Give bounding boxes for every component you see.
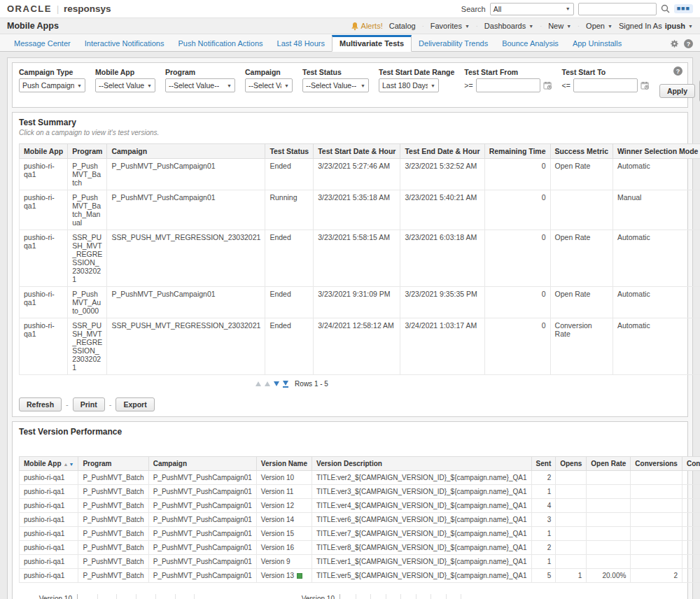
cell-campaign[interactable]: P_PushMVT_PushCampaign01 [107, 190, 265, 230]
bell-icon [351, 22, 359, 31]
dashboards-menu-item[interactable]: Dashboards▼ [484, 22, 533, 30]
refresh-button[interactable]: Refresh [19, 397, 62, 411]
cell-campaign[interactable]: P_PushMVT_PushCampaign01 [148, 485, 256, 499]
cell-open-rate [587, 555, 631, 569]
column-header-winner-selection-mode[interactable]: Winner Selection Mode [613, 144, 700, 159]
column-header-opens[interactable]: Opens [556, 457, 587, 471]
cell-campaign[interactable]: P_PushMVT_PushCampaign01 [148, 569, 256, 583]
campaign-select[interactable]: --Select Valu▼ [245, 78, 293, 92]
cell-campaign[interactable]: P_PushMVT_PushCampaign01 [148, 499, 256, 513]
mobile-app-select[interactable]: --Select Value--▼ [95, 78, 155, 92]
cell-campaign[interactable]: P_PushMVT_PushCampaign01 [148, 513, 256, 527]
table-row[interactable]: pushio-ri-qa1P_PushMVT_Batch_ManualP_Pus… [20, 190, 700, 230]
column-header-remaining-time[interactable]: Remaining Time [484, 144, 550, 159]
print-button[interactable]: Print [73, 397, 105, 411]
cell-success-metric: Open Rate [550, 159, 612, 190]
catalog-menu-item[interactable]: Catalog [389, 22, 416, 30]
test-start-to-label: Test Start To [562, 68, 650, 76]
column-header-version-name[interactable]: Version Name [256, 457, 312, 471]
column-header-conversion-rate[interactable]: Conversion Rate [682, 457, 700, 471]
search-input[interactable] [578, 3, 657, 15]
sort-descending-icon[interactable]: ▼ [69, 462, 74, 467]
column-header-version-description[interactable]: Version Description [312, 457, 532, 471]
column-header-success-metric[interactable]: Success Metric [550, 144, 612, 159]
cell-campaign[interactable]: P_PushMVT_PushCampaign01 [107, 159, 265, 190]
table-row[interactable]: pushio-ri-qa1SSR_PUSH_MVT_REGRESSION_230… [20, 230, 700, 287]
calendar-icon[interactable] [543, 81, 552, 90]
column-header-program[interactable]: Program [68, 144, 107, 159]
cell-campaign[interactable]: P_PushMVT_PushCampaign01 [148, 527, 256, 541]
more-options-icon[interactable]: ■■■ [674, 4, 693, 13]
table-row[interactable]: pushio-ri-qa1P_PushMVT_BatchP_PushMVT_Pu… [20, 513, 700, 527]
previous-page-icon[interactable] [265, 381, 270, 386]
tab-deliverability-trends[interactable]: Deliverability Trends [412, 36, 495, 51]
export-button[interactable]: Export [115, 397, 154, 411]
filter-test-start-from: Test Start From >= [464, 68, 552, 92]
table-row[interactable]: pushio-ri-qa1P_PushMVT_BatchP_PushMVT_Pu… [20, 485, 700, 499]
campaign-type-select[interactable]: Push Campaign▼ [19, 78, 85, 92]
cell-success-metric [550, 190, 612, 230]
column-header-mobile-app[interactable]: Mobile App▲▼ [20, 457, 78, 471]
column-header-program[interactable]: Program [78, 457, 148, 471]
column-header-test-end-date-hour[interactable]: Test End Date & Hour [400, 144, 484, 159]
tab-bounce-analysis[interactable]: Bounce Analysis [495, 36, 566, 51]
test-start-from-input[interactable] [476, 78, 540, 92]
cell-campaign[interactable]: P_PushMVT_PushCampaign01 [148, 471, 256, 485]
cell-campaign[interactable]: P_PushMVT_PushCampaign01 [148, 555, 256, 569]
help-icon[interactable]: ? [673, 66, 682, 76]
test-start-to-input[interactable] [573, 78, 638, 92]
cell-campaign[interactable]: P_PushMVT_PushCampaign01 [107, 287, 265, 318]
new-menu-item[interactable]: New▼ [548, 22, 571, 30]
favorites-menu-item[interactable]: Favorites▼ [430, 22, 470, 30]
chart-category-labels: Version 10Version 11Version 12Version 13… [296, 594, 340, 599]
first-page-icon[interactable] [255, 381, 261, 386]
tab-interactive-notifications[interactable]: Interactive Notifications [78, 36, 172, 51]
calendar-icon[interactable] [640, 81, 650, 90]
column-header-test-status[interactable]: Test Status [265, 144, 314, 159]
column-header-campaign[interactable]: Campaign [107, 144, 265, 159]
column-header-test-start-date-hour[interactable]: Test Start Date & Hour [314, 144, 400, 159]
tab-app-uninstalls[interactable]: App Uninstalls [566, 36, 629, 51]
column-header-sent[interactable]: Sent [531, 457, 556, 471]
selected-value: Last 180 Days [382, 81, 428, 90]
tab-message-center[interactable]: Message Center [7, 36, 78, 51]
program-select[interactable]: --Select Value--▼ [165, 78, 235, 92]
gear-icon[interactable] [670, 39, 679, 48]
tab-last-48-hours[interactable]: Last 48 Hours [270, 36, 332, 51]
sort-ascending-icon[interactable]: ▲ [64, 462, 69, 467]
table-row[interactable]: pushio-ri-qa1P_PushMVT_BatchP_PushMVT_Pu… [20, 471, 700, 485]
help-icon[interactable]: ? [684, 39, 693, 48]
cell-test-status: Ended [265, 230, 314, 287]
cell-campaign[interactable]: P_PushMVT_PushCampaign01 [148, 541, 256, 555]
table-row[interactable]: pushio-ri-qa1P_PushMVT_BatchP_PushMVT_Pu… [20, 499, 700, 513]
table-row[interactable]: pushio-ri-qa1P_PushMVT_Auto_0000P_PushMV… [20, 287, 700, 318]
selected-value: --Select Value-- [99, 81, 144, 90]
cell-test-end-date-hour: 3/23/2021 6:03:18 AM [400, 230, 484, 287]
table-row[interactable]: pushio-ri-qa1P_PushMVT_BatchP_PushMVT_Pu… [20, 541, 700, 555]
test-status-select[interactable]: --Select Value--▼ [302, 78, 369, 92]
apply-button[interactable]: Apply [659, 84, 695, 98]
last-page-icon[interactable] [283, 381, 288, 388]
table-row[interactable]: pushio-ri-qa1P_PushMVT_BatchP_PushMVT_Pu… [20, 527, 700, 541]
next-page-icon[interactable] [274, 381, 279, 386]
column-header-campaign[interactable]: Campaign [148, 457, 256, 471]
cell-campaign[interactable]: SSR_PUSH_MVT_REGRESSION_23032021 [107, 230, 265, 287]
alerts-menu-item[interactable]: Alerts! [351, 22, 383, 31]
table-row[interactable]: pushio-ri-qa1SSR_PUSH_MVT_REGRESSION_230… [20, 318, 700, 375]
cell-test-end-date-hour: 3/24/2021 1:03:17 AM [400, 318, 484, 375]
column-header-open-rate[interactable]: Open Rate [587, 457, 631, 471]
open-menu-item[interactable]: Open▼ [586, 22, 612, 30]
table-row[interactable]: pushio-ri-qa1P_PushMVT_BatchP_PushMVT_Pu… [20, 555, 700, 569]
cell-campaign[interactable]: SSR_PUSH_MVT_REGRESSION_23032021 [107, 318, 265, 375]
table-row[interactable]: pushio-ri-qa1P_PushMVT_BatchP_PushMVT_Pu… [20, 569, 700, 583]
table-row[interactable]: pushio-ri-qa1P_PushMVT_BatchP_PushMVT_Pu… [20, 159, 700, 190]
cell-program: P_PushMVT_Batch [78, 555, 148, 569]
signed-in-menu-item[interactable]: Signed In As ipush ▼ [619, 22, 693, 30]
search-icon[interactable] [661, 4, 670, 13]
tab-multivariate-tests[interactable]: Multivariate Tests [332, 35, 412, 52]
tab-push-notification-actions[interactable]: Push Notification Actions [171, 36, 270, 51]
column-header-mobile-app[interactable]: Mobile App [20, 144, 68, 159]
column-header-conversions[interactable]: Conversions [631, 457, 682, 471]
search-scope-select[interactable]: All ▼ [490, 3, 574, 15]
test-start-date-range-select[interactable]: Last 180 Days▼ [379, 78, 439, 92]
